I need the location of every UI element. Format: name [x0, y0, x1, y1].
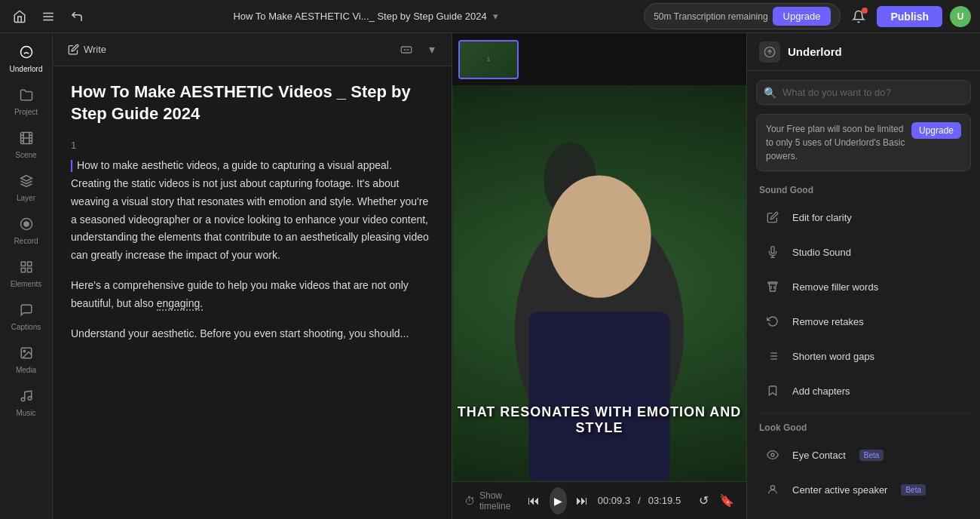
- sidebar-label-elements: Elements: [11, 280, 42, 288]
- remove-filler-label: Remove filler words: [792, 281, 878, 293]
- shorten-gaps-icon: [762, 345, 783, 367]
- avatar[interactable]: U: [950, 6, 971, 27]
- bookmark-button[interactable]: 🔖: [719, 493, 734, 508]
- sidebar-label-music: Music: [16, 409, 35, 417]
- sidebar-item-project[interactable]: Project: [5, 82, 48, 122]
- sidebar-item-layer[interactable]: Layer: [5, 168, 48, 208]
- svg-marker-7: [20, 176, 32, 182]
- sidebar-label-media: Media: [16, 366, 36, 374]
- project-title: How To Make AESTHETIC Vi..._ Step by Ste…: [233, 11, 486, 22]
- sidebar-item-captions[interactable]: Captions: [5, 297, 48, 337]
- underlord-icon: [20, 45, 33, 63]
- tool-green-screen[interactable]: Green screen: [750, 507, 977, 519]
- play-button[interactable]: ▶: [550, 487, 567, 514]
- time-total: 03:19.5: [648, 495, 681, 506]
- transcription-badge: 50m Transcription remaining Upgrade: [644, 3, 841, 29]
- elements-icon: [20, 260, 33, 278]
- captions-icon: [20, 303, 33, 321]
- svg-rect-12: [27, 269, 31, 272]
- project-icon: [20, 88, 33, 106]
- notification-button[interactable]: [848, 6, 869, 27]
- sidebar-item-record[interactable]: Record: [5, 211, 48, 251]
- svg-rect-11: [27, 262, 31, 266]
- svg-rect-10: [21, 262, 25, 266]
- tool-add-chapters[interactable]: Add chapters: [750, 373, 977, 408]
- replay-button[interactable]: ↺: [696, 489, 712, 513]
- upgrade-button[interactable]: Upgrade: [773, 7, 831, 26]
- undo-button[interactable]: [66, 6, 87, 27]
- tool-eye-contact[interactable]: Eye Contact Beta: [750, 438, 977, 472]
- svg-point-9: [24, 222, 29, 226]
- music-icon: [20, 389, 33, 407]
- center-speaker-icon: [762, 479, 783, 500]
- topbar-left: [9, 6, 87, 27]
- media-icon: [20, 346, 33, 364]
- tool-remove-retakes[interactable]: Remove retakes: [750, 304, 977, 339]
- eye-contact-icon: [762, 444, 783, 465]
- svg-point-16: [21, 398, 25, 401]
- script-toolbar: Write ▾: [53, 33, 452, 66]
- tool-edit-clarity[interactable]: Edit for clarity: [750, 200, 977, 235]
- upgrade-notice-button[interactable]: Upgrade: [911, 122, 961, 139]
- sidebar-item-media[interactable]: Media: [5, 340, 48, 380]
- edit-clarity-label: Edit for clarity: [792, 212, 852, 223]
- search-input[interactable]: [756, 80, 971, 105]
- svg-rect-30: [768, 282, 777, 284]
- tool-remove-filler[interactable]: Remove filler words: [750, 269, 977, 304]
- tool-center-speaker[interactable]: Center active speaker Beta: [750, 472, 977, 507]
- sidebar-item-music[interactable]: Music: [5, 383, 48, 423]
- remove-filler-icon: [762, 276, 783, 297]
- show-timeline-label: Show timeline: [479, 490, 511, 511]
- svg-rect-26: [528, 312, 669, 481]
- sound-good-label: Sound Good: [747, 180, 980, 200]
- sidebar-item-underlord[interactable]: Underlord: [5, 39, 48, 79]
- chevron-down-icon[interactable]: ▾: [421, 39, 443, 60]
- tool-studio-sound[interactable]: Studio Sound: [750, 235, 977, 269]
- sidebar-label-record: Record: [14, 237, 38, 245]
- layer-icon: [20, 174, 33, 192]
- studio-sound-icon: [762, 241, 783, 263]
- menu-button[interactable]: [38, 6, 59, 27]
- tool-shorten-gaps[interactable]: Shorten word gaps: [750, 339, 977, 373]
- title-chevron-icon[interactable]: ▾: [493, 11, 498, 22]
- show-timeline-button[interactable]: ⏱ Show timeline: [464, 490, 511, 511]
- sidebar-label-captions: Captions: [11, 323, 41, 331]
- script-panel: Write ▾ How To Make AESTHETIC Videos _ S…: [53, 33, 452, 519]
- studio-sound-label: Studio Sound: [792, 247, 851, 258]
- caption-icon[interactable]: [396, 39, 417, 60]
- upgrade-notice: Your Free plan will soon be limited to o…: [756, 114, 971, 171]
- edit-clarity-icon: [762, 207, 783, 228]
- publish-button[interactable]: Publish: [877, 6, 942, 27]
- next-button[interactable]: ⏭: [574, 489, 590, 513]
- remove-retakes-label: Remove retakes: [792, 316, 864, 327]
- eye-contact-badge: Beta: [859, 450, 884, 461]
- svg-point-17: [28, 397, 32, 401]
- panel-scroll: Sound Good Edit for clarity Studio Sound…: [747, 180, 980, 519]
- main-layout: UnderlordProjectSceneLayerRecordElements…: [0, 33, 980, 519]
- svg-point-39: [771, 453, 774, 456]
- write-button[interactable]: Write: [62, 41, 112, 58]
- sidebar-item-scene[interactable]: Scene: [5, 125, 48, 165]
- section-divider: [756, 413, 971, 413]
- center-speaker-label: Center active speaker: [792, 484, 887, 496]
- shorten-gaps-label: Shorten word gaps: [792, 351, 874, 362]
- toolbar-icons: ▾: [396, 39, 443, 60]
- add-chapters-icon: [762, 380, 783, 401]
- home-button[interactable]: [9, 6, 30, 27]
- script-paragraph-3: Understand your aesthetic. Before you ev…: [71, 325, 433, 343]
- prev-button[interactable]: ⏮: [526, 489, 542, 513]
- svg-point-25: [547, 176, 651, 298]
- video-panel: 1: [452, 33, 746, 519]
- sidebar-label-underlord: Underlord: [10, 65, 43, 73]
- underlord-logo-icon: [759, 41, 780, 63]
- timeline-icon: ⏱: [464, 495, 475, 507]
- sidebar-item-elements[interactable]: Elements: [5, 254, 48, 294]
- topbar-right: 50m Transcription remaining Upgrade Publ…: [644, 3, 971, 29]
- script-paragraph-2: Here's a comprehensive guide to help you…: [71, 277, 433, 313]
- topbar: How To Make AESTHETIC Vi..._ Step by Ste…: [0, 0, 980, 33]
- thumbnail-selected[interactable]: 1: [458, 40, 519, 79]
- write-label: Write: [84, 44, 106, 55]
- svg-rect-13: [21, 269, 25, 272]
- script-paragraph-1: How to make aesthetic videos, a guide to…: [71, 157, 433, 265]
- center-speaker-badge: Beta: [901, 484, 926, 496]
